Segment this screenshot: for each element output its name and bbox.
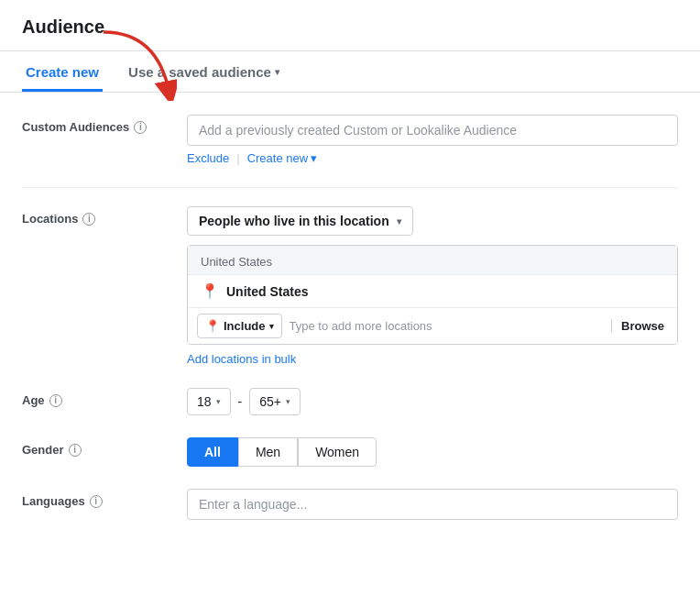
location-list-header: United States: [188, 246, 677, 275]
chevron-down-icon: ▾: [311, 151, 317, 165]
chevron-down-icon: ▾: [216, 397, 221, 406]
pin-icon: 📍: [201, 282, 219, 300]
languages-label: Languages i: [22, 489, 187, 508]
location-item-us: 📍 United States: [188, 275, 677, 308]
gender-all-button[interactable]: All: [187, 437, 238, 467]
chevron-down-icon: ▾: [397, 216, 401, 226]
locations-row: Locations i People who live in this loca…: [22, 206, 678, 366]
include-button[interactable]: 📍 Include ▾: [197, 314, 282, 338]
gender-women-button[interactable]: Women: [298, 437, 377, 467]
custom-audiences-control: Exclude | Create new ▾: [187, 115, 678, 165]
gender-info-icon[interactable]: i: [69, 444, 82, 457]
languages-control: [187, 489, 678, 520]
location-box: United States 📍 United States 📍 Include …: [187, 245, 678, 345]
chevron-down-icon: ▾: [275, 67, 279, 77]
gender-selector: All Men Women: [187, 437, 678, 467]
pin-icon-include: 📍: [205, 319, 220, 333]
page-header: Audience: [0, 0, 700, 51]
languages-row: Languages i: [22, 489, 678, 520]
locations-control: People who live in this location ▾ Unite…: [187, 206, 678, 366]
locations-label: Locations i: [22, 206, 187, 226]
age-row: Age i 18 ▾ - 65+ ▾: [22, 388, 678, 415]
age-control: 18 ▾ - 65+ ▾: [187, 388, 678, 415]
age-min-select[interactable]: 18 ▾: [187, 388, 231, 415]
custom-audiences-info-icon[interactable]: i: [134, 121, 147, 134]
browse-button[interactable]: Browse: [611, 319, 668, 333]
audience-links: Exclude | Create new ▾: [187, 151, 678, 165]
location-type-dropdown[interactable]: People who live in this location ▾: [187, 206, 413, 236]
age-label: Age i: [22, 388, 187, 407]
custom-audiences-row: Custom Audiences i Exclude | Create new …: [22, 115, 678, 165]
gender-men-button[interactable]: Men: [238, 437, 298, 467]
divider-1: [22, 187, 678, 188]
location-search-row: 📍 Include ▾ Browse: [188, 308, 677, 344]
age-dash: -: [238, 394, 243, 409]
age-max-select[interactable]: 65+ ▾: [249, 388, 301, 415]
custom-audiences-label: Custom Audiences i: [22, 115, 187, 134]
tab-create-new[interactable]: Create new: [22, 51, 103, 92]
form-body: Custom Audiences i Exclude | Create new …: [0, 93, 700, 564]
age-selector: 18 ▾ - 65+ ▾: [187, 388, 678, 415]
age-info-icon[interactable]: i: [49, 394, 62, 407]
chevron-down-icon: ▾: [286, 397, 290, 406]
gender-control: All Men Women: [187, 437, 678, 467]
gender-row: Gender i All Men Women: [22, 437, 678, 467]
add-bulk-link[interactable]: Add locations in bulk: [187, 352, 678, 366]
gender-label: Gender i: [22, 437, 187, 457]
tab-use-saved[interactable]: Use a saved audience ▾: [125, 51, 283, 92]
create-new-link[interactable]: Create new ▾: [247, 151, 317, 165]
tabs-bar: Create new Use a saved audience ▾: [0, 51, 700, 93]
page-title: Audience: [22, 17, 678, 38]
languages-info-icon[interactable]: i: [90, 495, 103, 508]
locations-info-icon[interactable]: i: [82, 213, 95, 226]
custom-audiences-input[interactable]: [187, 115, 678, 146]
languages-input[interactable]: [187, 489, 678, 520]
chevron-down-icon: ▾: [269, 322, 274, 331]
location-search-input[interactable]: [290, 319, 608, 333]
exclude-link[interactable]: Exclude: [187, 151, 229, 165]
link-separator: |: [236, 151, 239, 165]
